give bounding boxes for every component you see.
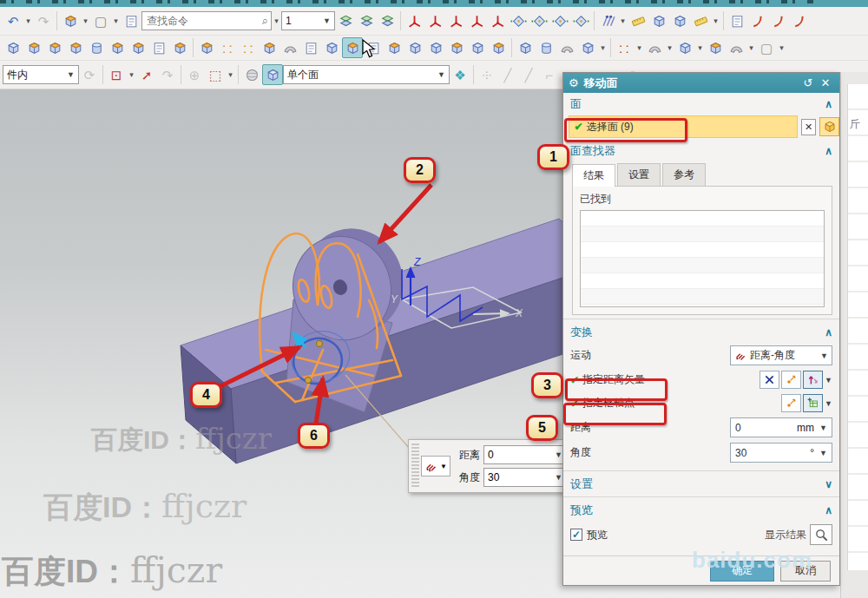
studio-spline-icon[interactable] xyxy=(747,10,768,31)
caret-down-icon[interactable]: ▾ xyxy=(598,43,608,52)
solid-cube-icon[interactable] xyxy=(674,37,695,58)
snap-midpoint-icon[interactable]: ╱ xyxy=(518,64,539,85)
face-select-mode-button[interactable] xyxy=(819,117,839,136)
settings-section-header[interactable]: 设置∨ xyxy=(563,473,839,495)
pages-icon[interactable] xyxy=(300,37,321,58)
caret-down-icon[interactable]: ▾ xyxy=(618,16,628,25)
work-scope-select[interactable]: 件内▼ xyxy=(3,65,79,84)
highlight-sphere-icon[interactable] xyxy=(241,64,262,85)
ok-button[interactable]: 确定 xyxy=(710,561,774,582)
tab-results[interactable]: 结果 xyxy=(572,164,615,187)
list-item[interactable] xyxy=(581,273,824,289)
selection-filter-select[interactable]: 单个面▼ xyxy=(283,65,450,84)
distance-input[interactable]: 0 mm ▼ xyxy=(730,417,832,437)
sweep-icon[interactable] xyxy=(169,37,190,58)
datum-csys-icon[interactable] xyxy=(404,10,424,31)
caret-down-icon[interactable]: ▾ xyxy=(635,43,644,52)
face-section-header[interactable]: 面∧ xyxy=(563,93,839,115)
emboss-icon[interactable] xyxy=(196,37,217,58)
snap-point-icon[interactable]: ⸭ xyxy=(477,64,497,85)
redo-icon[interactable]: ↷ xyxy=(33,10,54,31)
mold-icon[interactable] xyxy=(556,37,577,58)
undo-path-icon[interactable]: ↷ xyxy=(157,64,178,85)
show-solid-icon[interactable] xyxy=(262,64,283,85)
minibar-distance-input[interactable]: 0▼ xyxy=(483,445,567,464)
wireframe-cube-icon[interactable] xyxy=(577,37,598,58)
extrude-icon[interactable] xyxy=(3,37,23,58)
snap-box-icon[interactable]: ⊡ xyxy=(106,64,127,85)
touch-mode-icon[interactable] xyxy=(60,10,81,31)
dialog-titlebar[interactable]: ⚙ 移动面 ↺ ✕ xyxy=(563,73,839,93)
list-item[interactable] xyxy=(581,289,824,305)
redo-path-icon[interactable]: ➚ xyxy=(136,64,157,85)
preview-checkbox[interactable]: ✓ xyxy=(570,529,582,541)
undo-icon[interactable]: ↶ xyxy=(3,10,23,31)
caret-down-icon[interactable]: ▾ xyxy=(746,43,756,52)
tab-reference[interactable]: 参考 xyxy=(662,163,706,186)
pattern-feature-icon[interactable]: ⸬ xyxy=(217,37,238,58)
constraint-icon[interactable] xyxy=(597,10,618,31)
motion-type-dropdown[interactable]: ▼ xyxy=(421,456,450,476)
face-finder-section-header[interactable]: 面查找器∧ xyxy=(563,140,839,161)
pattern-grid-icon[interactable]: ⸬ xyxy=(614,37,635,58)
go-diamond-icon[interactable]: ❖ xyxy=(450,64,470,85)
list-item[interactable] xyxy=(581,227,824,242)
angle-icon[interactable] xyxy=(628,10,648,31)
move-face-icon[interactable] xyxy=(342,37,363,58)
clear-selection-button[interactable]: ✕ xyxy=(801,119,817,135)
sheet-fold-icon[interactable] xyxy=(363,37,384,58)
local-measure-icon[interactable] xyxy=(570,10,591,31)
profile-icon[interactable] xyxy=(789,10,810,31)
mirror-feature-icon[interactable]: ⸬ xyxy=(238,37,259,58)
layer-settings-icon[interactable] xyxy=(335,10,356,31)
list-item[interactable] xyxy=(581,211,824,227)
offset-face-icon[interactable] xyxy=(384,37,404,58)
boss-icon[interactable] xyxy=(65,37,86,58)
tab-settings[interactable]: 设置 xyxy=(617,163,661,186)
show-result-button[interactable] xyxy=(810,524,832,545)
preview-section-header[interactable]: 预览∧ xyxy=(563,499,839,521)
search-icon[interactable]: ⌕ xyxy=(262,14,268,28)
caret-down-icon[interactable]: ▼ xyxy=(825,399,832,408)
list-item[interactable] xyxy=(581,242,824,258)
window-icon[interactable]: ▢ xyxy=(90,10,111,31)
caret-down-icon[interactable]: ▾ xyxy=(226,70,235,79)
list-item[interactable] xyxy=(581,258,824,273)
measure-body-icon[interactable] xyxy=(508,10,529,31)
measure-face-icon[interactable] xyxy=(529,10,549,31)
datum-plane-icon[interactable] xyxy=(445,10,466,31)
minibar-angle-input[interactable]: 30▼ xyxy=(483,468,567,487)
caret-down-icon[interactable]: ▾ xyxy=(711,16,720,25)
command-finder-input[interactable] xyxy=(145,14,262,28)
tube-icon[interactable] xyxy=(148,37,169,58)
caret-down-icon[interactable]: ▾ xyxy=(127,70,136,79)
point-icon[interactable] xyxy=(466,10,487,31)
caret-down-icon[interactable]: ▾ xyxy=(665,43,674,52)
caret-down-icon[interactable]: ▼ xyxy=(825,376,832,384)
snap-endpoint-icon[interactable]: ╱ xyxy=(497,64,518,85)
sheet-orange-icon[interactable] xyxy=(705,37,726,58)
reverse-direction-button[interactable] xyxy=(803,371,823,389)
part-shell-icon[interactable] xyxy=(644,37,665,58)
trim-body-icon[interactable] xyxy=(321,37,342,58)
caret-down-icon[interactable]: ▾ xyxy=(23,16,33,25)
select-rect-icon[interactable]: ⬚ xyxy=(205,64,226,85)
shell-icon[interactable] xyxy=(488,37,509,58)
refresh-icon[interactable]: ⟳ xyxy=(79,64,100,85)
view-layer-select[interactable]: 1▼ xyxy=(281,11,335,30)
cylinder-icon[interactable] xyxy=(86,37,107,58)
draft-icon[interactable] xyxy=(467,37,488,58)
motion-dropdown[interactable]: 距离-角度 ▼ xyxy=(730,345,832,365)
vector-icon[interactable] xyxy=(487,10,508,31)
resize-face-icon[interactable] xyxy=(446,37,467,58)
found-list[interactable] xyxy=(580,210,825,307)
find-circle-icon[interactable]: ⊕ xyxy=(184,64,205,85)
caret-down-icon[interactable]: ▾ xyxy=(111,16,121,25)
sketch-icon[interactable] xyxy=(727,10,747,31)
caret-down-icon[interactable]: ▾ xyxy=(81,16,90,25)
cancel-button[interactable]: 取消 xyxy=(780,561,831,582)
revolve-icon[interactable] xyxy=(23,37,44,58)
snap-point-table-button[interactable] xyxy=(803,394,823,412)
align-constraint-icon[interactable] xyxy=(669,10,690,31)
transform-section-header[interactable]: 变换∧ xyxy=(563,321,839,343)
